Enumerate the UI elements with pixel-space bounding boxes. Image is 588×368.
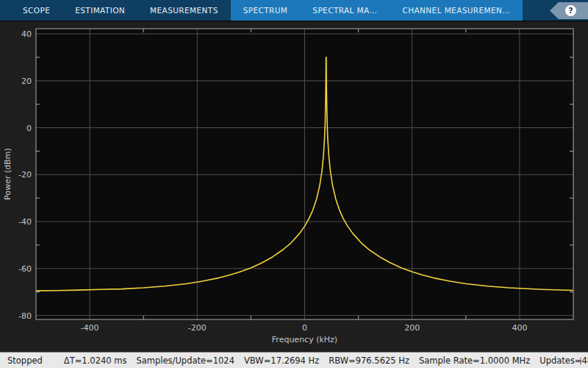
help-icon: ?: [565, 5, 576, 16]
toolstrip-tabbar: SCOPEESTIMATIONMEASUREMENTSSPECTRUMSPECT…: [0, 0, 588, 21]
y-tick-label: -80: [18, 311, 32, 321]
y-tick-label: -40: [18, 217, 32, 227]
x-tick-label: 200: [404, 323, 420, 333]
x-tick-label: 0: [302, 323, 307, 333]
overflow-menu-icon[interactable]: ⁞: [576, 353, 586, 368]
plot-figure: 40200-20-40-60-80-400-2000200400Frequenc…: [0, 21, 588, 352]
y-tick-label: 40: [21, 29, 32, 39]
status-bar: Stopped ΔT=1.0240 msSamples/Update=1024V…: [0, 352, 588, 368]
status-state: Stopped: [7, 355, 43, 366]
status-metric: Sample Rate=1.0000 MHz: [419, 355, 530, 366]
tab-spectrum[interactable]: SPECTRUM: [231, 0, 301, 21]
tab-estimation[interactable]: ESTIMATION: [62, 0, 137, 21]
y-tick-label: 0: [26, 124, 32, 133]
spectrum-analyzer-window: SCOPEESTIMATIONMEASUREMENTSSPECTRUMSPECT…: [0, 0, 588, 368]
status-metric: VBW=17.2694 Hz: [244, 355, 319, 366]
y-tick-label: -20: [18, 170, 32, 180]
tab-scope[interactable]: SCOPE: [10, 0, 62, 21]
status-metric: ΔT=1.0240 ms: [64, 355, 127, 366]
y-axis-label: Power (dBm): [3, 148, 12, 200]
x-tick-label: -200: [188, 323, 207, 333]
status-metric: RBW=976.5625 Hz: [329, 355, 409, 366]
spectrum-chart[interactable]: 40200-20-40-60-80-400-2000200400Frequenc…: [0, 21, 588, 353]
tab-spectral-ma[interactable]: SPECTRAL MA…: [300, 0, 390, 21]
tab-measurements[interactable]: MEASUREMENTS: [137, 0, 231, 21]
y-tick-label: -60: [18, 264, 32, 274]
status-metrics: ΔT=1.0240 msSamples/Update=1024VBW=17.26…: [64, 355, 588, 366]
y-tick-label: 20: [21, 77, 32, 86]
x-tick-label: 400: [512, 323, 527, 333]
x-axis-label: Frequency (kHz): [272, 335, 337, 344]
tab-channel-measuremen[interactable]: CHANNEL MEASUREMEN…: [390, 0, 523, 21]
status-metric: Samples/Update=1024: [136, 355, 234, 366]
x-tick-label: -400: [81, 323, 99, 333]
